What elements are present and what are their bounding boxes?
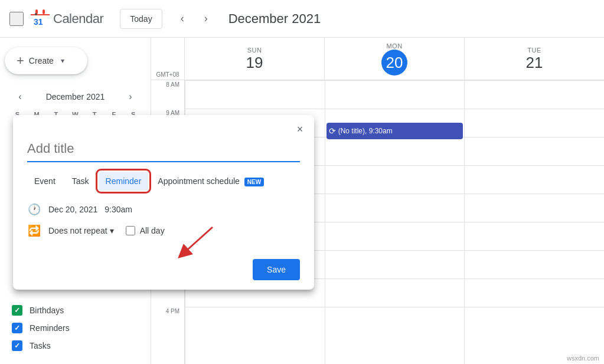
time-8am: 8 AM <box>151 80 184 109</box>
check-icon-3: ✓ <box>14 342 20 350</box>
app-title: Calendar <box>53 11 103 27</box>
reminders-label: Reminders <box>30 323 70 333</box>
mini-next-button[interactable]: › <box>122 88 139 105</box>
allday-row: All day <box>126 226 165 235</box>
app-logo: 31 ◾ Calendar <box>31 9 103 28</box>
mini-cal-title: December 2021 <box>46 92 105 101</box>
reminder-event-icon: ⟳ <box>329 126 336 136</box>
tab-reminder[interactable]: Reminder <box>99 172 149 191</box>
chevron-down-repeat-icon: ▾ <box>110 226 114 235</box>
popup-footer: Save <box>13 254 314 290</box>
birthdays-label: Birthdays <box>30 306 64 315</box>
today-button[interactable]: Today <box>120 9 162 29</box>
popup-tabs: Event Task Reminder Appointment schedule… <box>27 172 300 191</box>
repeat-row: 🔁 Does not repeat ▾ All day <box>27 224 300 238</box>
sidebar-item-reminders[interactable]: ✓ Reminders <box>5 319 146 337</box>
mon-num: 20 <box>381 50 407 76</box>
cal-header-mon: MON 20 <box>324 38 464 80</box>
calendar-event[interactable]: ⟳ (No title), 9:30am <box>327 123 463 139</box>
create-button[interactable]: + Create ▾ <box>5 47 87 74</box>
allday-checkbox[interactable] <box>126 226 135 235</box>
save-button[interactable]: Save <box>253 259 300 280</box>
tasks-checkbox[interactable]: ✓ <box>12 340 22 351</box>
col-mon[interactable]: ⟳ (No title), 9:30am <box>325 80 465 364</box>
sidebar-sections: ✓ Birthdays ✓ Reminders ✓ Tasks <box>5 297 146 359</box>
allday-label: All day <box>140 226 165 235</box>
tasks-label: Tasks <box>30 341 51 350</box>
top-header: 31 ◾ Calendar Today ‹ › December 2021 <box>0 0 604 38</box>
create-label: Create <box>29 56 54 65</box>
sidebar-item-birthdays[interactable]: ✓ Birthdays <box>5 301 146 319</box>
svg-text:31: 31 <box>34 17 43 27</box>
nav-arrows: ‹ › <box>172 8 217 29</box>
cal-header-tue: TUE 21 <box>464 38 604 80</box>
chevron-down-icon: ▾ <box>61 57 64 65</box>
close-button[interactable]: × <box>290 120 309 139</box>
mon-label: MON <box>386 42 402 50</box>
svg-rect-3 <box>43 9 45 14</box>
month-title: December 2021 <box>228 11 321 27</box>
time-4pm: 4 PM <box>151 307 184 335</box>
clock-icon: 🕐 <box>27 202 41 217</box>
event-title-input[interactable] <box>27 139 300 162</box>
watermark: wsxdn.com <box>567 355 599 362</box>
repeat-icon: 🔁 <box>27 224 41 238</box>
menu-button[interactable] <box>9 12 24 26</box>
sun-num: 19 <box>246 54 263 72</box>
check-icon-2: ✓ <box>14 324 20 332</box>
event-label: (No title), 9:30am <box>338 127 393 135</box>
sun-label: SUN <box>247 47 262 54</box>
prev-button[interactable]: ‹ <box>172 8 193 29</box>
cal-header-row: GMT+08 SUN 19 MON 20 TUE 21 <box>151 38 604 80</box>
popup-body: Event Task Reminder Appointment schedule… <box>13 139 314 254</box>
date-value[interactable]: Dec 20, 2021 <box>48 205 97 214</box>
popup-header: × <box>13 115 314 139</box>
svg-text:◾: ◾ <box>34 12 38 17</box>
tab-event[interactable]: Event <box>27 172 63 191</box>
check-icon: ✓ <box>14 306 20 314</box>
reminders-checkbox[interactable]: ✓ <box>12 323 22 333</box>
birthdays-checkbox[interactable]: ✓ <box>12 305 22 316</box>
repeat-label: Does not repeat <box>48 226 107 235</box>
tue-label: TUE <box>527 47 541 54</box>
cal-header-sun: SUN 19 <box>184 38 324 80</box>
next-button[interactable]: › <box>195 8 217 29</box>
tue-num: 21 <box>526 54 543 72</box>
datetime-row: 🕐 Dec 20, 2021 9:30am <box>27 202 300 217</box>
col-tue <box>464 80 604 364</box>
new-badge: NEW <box>244 178 264 186</box>
repeat-dropdown[interactable]: Does not repeat ▾ <box>48 226 114 235</box>
tab-appointment[interactable]: Appointment schedule NEW <box>151 172 271 191</box>
mini-prev-button[interactable]: ‹ <box>12 88 28 105</box>
sidebar-item-tasks[interactable]: ✓ Tasks <box>5 337 146 355</box>
gmt-label: GMT+08 <box>151 38 184 80</box>
tab-task[interactable]: Task <box>65 172 96 191</box>
plus-icon: + <box>17 54 24 67</box>
mini-cal-header: ‹ December 2021 › <box>7 86 143 107</box>
popup-dialog: × Event Task Reminder Appointment schedu… <box>13 115 314 290</box>
time-value[interactable]: 9:30am <box>105 205 132 214</box>
